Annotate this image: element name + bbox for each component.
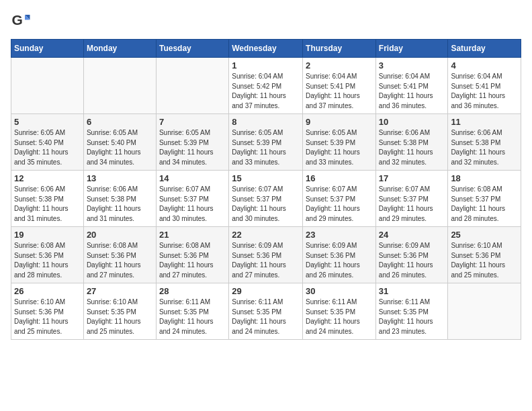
calendar-cell	[156, 58, 228, 114]
calendar-cell: 7Sunrise: 6:05 AMSunset: 5:39 PMDaylight…	[156, 114, 228, 171]
day-info: Sunrise: 6:05 AMSunset: 5:40 PMDaylight:…	[87, 128, 153, 167]
day-number: 14	[159, 173, 226, 183]
calendar-cell: 2Sunrise: 6:04 AMSunset: 5:41 PMDaylight…	[303, 58, 376, 114]
calendar-cell: 19Sunrise: 6:08 AMSunset: 5:36 PMDayligh…	[11, 227, 84, 283]
day-info: Sunrise: 6:04 AMSunset: 5:41 PMDaylight:…	[451, 72, 518, 111]
calendar-cell: 23Sunrise: 6:09 AMSunset: 5:36 PMDayligh…	[303, 227, 376, 283]
calendar-cell: 28Sunrise: 6:11 AMSunset: 5:35 PMDayligh…	[156, 283, 228, 340]
day-info: Sunrise: 6:04 AMSunset: 5:42 PMDaylight:…	[232, 72, 300, 111]
day-number: 24	[379, 230, 445, 240]
calendar-cell: 17Sunrise: 6:07 AMSunset: 5:37 PMDayligh…	[375, 171, 448, 227]
day-number: 31	[379, 286, 445, 296]
day-number: 17	[379, 173, 445, 183]
calendar-cell: 13Sunrise: 6:06 AMSunset: 5:38 PMDayligh…	[83, 171, 156, 227]
calendar-cell: 22Sunrise: 6:09 AMSunset: 5:36 PMDayligh…	[229, 227, 303, 283]
svg-text:G: G	[12, 12, 23, 28]
calendar-cell: 14Sunrise: 6:07 AMSunset: 5:37 PMDayligh…	[156, 171, 228, 227]
header-day-thursday: Thursday	[303, 40, 376, 58]
day-info: Sunrise: 6:10 AMSunset: 5:36 PMDaylight:…	[14, 298, 81, 336]
calendar-cell: 30Sunrise: 6:11 AMSunset: 5:35 PMDayligh…	[303, 283, 376, 340]
header-day-sunday: Sunday	[11, 40, 84, 58]
day-info: Sunrise: 6:11 AMSunset: 5:35 PMDaylight:…	[159, 298, 226, 336]
day-info: Sunrise: 6:04 AMSunset: 5:41 PMDaylight:…	[379, 72, 445, 111]
day-number: 2	[306, 60, 373, 71]
day-number: 21	[159, 230, 226, 240]
calendar-week-row: 12Sunrise: 6:06 AMSunset: 5:38 PMDayligh…	[11, 171, 521, 227]
calendar-cell: 8Sunrise: 6:05 AMSunset: 5:39 PMDaylight…	[229, 114, 303, 171]
header-day-tuesday: Tuesday	[156, 40, 228, 58]
calendar-cell: 21Sunrise: 6:08 AMSunset: 5:36 PMDayligh…	[156, 227, 228, 283]
day-number: 23	[306, 230, 373, 240]
calendar-cell: 9Sunrise: 6:05 AMSunset: 5:39 PMDaylight…	[303, 114, 376, 171]
calendar-cell: 27Sunrise: 6:10 AMSunset: 5:35 PMDayligh…	[83, 283, 156, 340]
day-info: Sunrise: 6:06 AMSunset: 5:38 PMDaylight:…	[379, 128, 445, 167]
day-number: 28	[159, 286, 226, 296]
day-number: 4	[451, 60, 518, 71]
header-day-monday: Monday	[83, 40, 156, 58]
day-info: Sunrise: 6:10 AMSunset: 5:36 PMDaylight:…	[451, 241, 518, 280]
day-info: Sunrise: 6:08 AMSunset: 5:36 PMDaylight:…	[159, 241, 226, 280]
day-number: 6	[87, 117, 153, 127]
calendar-cell: 31Sunrise: 6:11 AMSunset: 5:35 PMDayligh…	[375, 283, 448, 340]
day-info: Sunrise: 6:07 AMSunset: 5:37 PMDaylight:…	[306, 185, 373, 224]
calendar-cell	[11, 58, 84, 114]
day-info: Sunrise: 6:08 AMSunset: 5:36 PMDaylight:…	[87, 241, 153, 280]
calendar-cell: 29Sunrise: 6:11 AMSunset: 5:35 PMDayligh…	[229, 283, 303, 340]
page-header: G	[11, 11, 521, 31]
calendar-cell: 20Sunrise: 6:08 AMSunset: 5:36 PMDayligh…	[83, 227, 156, 283]
day-number: 9	[306, 117, 373, 127]
day-info: Sunrise: 6:11 AMSunset: 5:35 PMDaylight:…	[306, 298, 373, 336]
calendar-cell	[83, 58, 156, 114]
calendar-cell: 12Sunrise: 6:06 AMSunset: 5:38 PMDayligh…	[11, 171, 84, 227]
header-day-saturday: Saturday	[448, 40, 521, 58]
day-info: Sunrise: 6:07 AMSunset: 5:37 PMDaylight:…	[232, 185, 300, 224]
day-info: Sunrise: 6:06 AMSunset: 5:38 PMDaylight:…	[87, 185, 153, 224]
day-number: 3	[379, 60, 445, 71]
day-number: 26	[14, 286, 81, 296]
day-info: Sunrise: 6:08 AMSunset: 5:36 PMDaylight:…	[14, 241, 81, 280]
day-number: 1	[232, 60, 300, 71]
day-number: 12	[14, 173, 81, 183]
day-number: 30	[306, 286, 373, 296]
calendar-week-row: 26Sunrise: 6:10 AMSunset: 5:36 PMDayligh…	[11, 283, 521, 340]
day-info: Sunrise: 6:04 AMSunset: 5:41 PMDaylight:…	[306, 72, 373, 111]
calendar-cell: 15Sunrise: 6:07 AMSunset: 5:37 PMDayligh…	[229, 171, 303, 227]
day-info: Sunrise: 6:06 AMSunset: 5:38 PMDaylight:…	[451, 128, 518, 167]
calendar-cell: 18Sunrise: 6:08 AMSunset: 5:37 PMDayligh…	[448, 171, 521, 227]
day-info: Sunrise: 6:08 AMSunset: 5:37 PMDaylight:…	[451, 185, 518, 224]
calendar-cell: 16Sunrise: 6:07 AMSunset: 5:37 PMDayligh…	[303, 171, 376, 227]
day-number: 25	[451, 230, 518, 240]
day-number: 27	[87, 286, 153, 296]
calendar-week-row: 19Sunrise: 6:08 AMSunset: 5:36 PMDayligh…	[11, 227, 521, 283]
day-info: Sunrise: 6:06 AMSunset: 5:38 PMDaylight:…	[14, 185, 81, 224]
day-number: 19	[14, 230, 81, 240]
calendar-cell: 26Sunrise: 6:10 AMSunset: 5:36 PMDayligh…	[11, 283, 84, 340]
calendar-week-row: 1Sunrise: 6:04 AMSunset: 5:42 PMDaylight…	[11, 58, 521, 114]
calendar-cell: 10Sunrise: 6:06 AMSunset: 5:38 PMDayligh…	[375, 114, 448, 171]
day-number: 11	[451, 117, 518, 127]
day-info: Sunrise: 6:05 AMSunset: 5:39 PMDaylight:…	[159, 128, 226, 167]
calendar-header-row: SundayMondayTuesdayWednesdayThursdayFrid…	[11, 40, 521, 58]
day-info: Sunrise: 6:09 AMSunset: 5:36 PMDaylight:…	[379, 241, 445, 280]
day-info: Sunrise: 6:10 AMSunset: 5:35 PMDaylight:…	[87, 298, 153, 336]
day-number: 10	[379, 117, 445, 127]
header-day-wednesday: Wednesday	[229, 40, 303, 58]
calendar-cell: 25Sunrise: 6:10 AMSunset: 5:36 PMDayligh…	[448, 227, 521, 283]
day-number: 29	[232, 286, 300, 296]
day-number: 7	[159, 117, 226, 127]
calendar-cell: 5Sunrise: 6:05 AMSunset: 5:40 PMDaylight…	[11, 114, 84, 171]
day-number: 18	[451, 173, 518, 183]
calendar-cell	[448, 283, 521, 340]
header-day-friday: Friday	[375, 40, 448, 58]
day-info: Sunrise: 6:07 AMSunset: 5:37 PMDaylight:…	[159, 185, 226, 224]
logo: G	[11, 11, 32, 31]
calendar-cell: 3Sunrise: 6:04 AMSunset: 5:41 PMDaylight…	[375, 58, 448, 114]
day-info: Sunrise: 6:09 AMSunset: 5:36 PMDaylight:…	[306, 241, 373, 280]
day-number: 22	[232, 230, 300, 240]
day-info: Sunrise: 6:11 AMSunset: 5:35 PMDaylight:…	[232, 298, 300, 336]
calendar-table: SundayMondayTuesdayWednesdayThursdayFrid…	[11, 39, 521, 340]
day-info: Sunrise: 6:05 AMSunset: 5:40 PMDaylight:…	[14, 128, 81, 167]
calendar-cell: 4Sunrise: 6:04 AMSunset: 5:41 PMDaylight…	[448, 58, 521, 114]
logo-icon: G	[11, 11, 31, 31]
calendar-cell: 6Sunrise: 6:05 AMSunset: 5:40 PMDaylight…	[83, 114, 156, 171]
